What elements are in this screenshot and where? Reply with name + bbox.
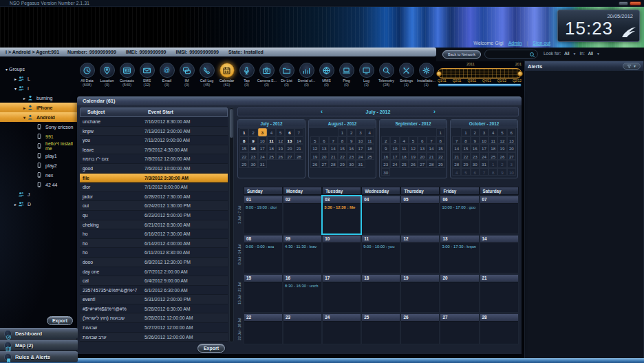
toolbar-item-email[interactable]: @ Email (0) bbox=[157, 62, 177, 94]
day-cell[interactable]: 08 0:00 - 0:00 : צום bbox=[244, 235, 283, 273]
month-day[interactable]: 31 bbox=[258, 160, 267, 168]
day-cell[interactable]: 07 bbox=[480, 196, 519, 234]
month-day[interactable]: 18 bbox=[489, 144, 497, 152]
column-event-start[interactable]: Event Start bbox=[141, 108, 227, 116]
month-day[interactable]: 26 bbox=[276, 152, 285, 160]
month-day[interactable]: 7 bbox=[427, 136, 436, 145]
table-row[interactable]: leave 7/9/2012 4:30:00 AM bbox=[80, 145, 228, 155]
toolbar-item-im[interactable]: IM (0) bbox=[177, 62, 197, 94]
month-day[interactable]: 15 bbox=[338, 144, 347, 152]
day-cell[interactable]: 14 bbox=[480, 235, 519, 273]
month-day[interactable]: 20 bbox=[285, 144, 294, 152]
month-day[interactable]: 25 bbox=[489, 152, 497, 160]
month-day[interactable]: 29 bbox=[436, 160, 445, 168]
tree-item-play2[interactable]: play2 bbox=[0, 160, 77, 170]
month-day[interactable]: 13 bbox=[507, 136, 516, 145]
month-day[interactable]: 30 bbox=[248, 160, 257, 168]
toolbar-item-ping[interactable]: Ping (0) bbox=[336, 62, 356, 94]
timeline-slider[interactable] bbox=[438, 68, 522, 79]
month-day[interactable]: 23 bbox=[381, 160, 390, 168]
month-day[interactable]: 16 bbox=[471, 144, 480, 152]
selected-day[interactable]: 3 bbox=[258, 128, 267, 136]
month-day[interactable]: 14 bbox=[427, 144, 436, 152]
tree-item-sony-ericson[interactable]: Sony ericson bbox=[0, 122, 77, 132]
table-row[interactable]: #$^#^#%$&%^!@#% 5/28/2012 6:30:00 AM bbox=[80, 304, 228, 314]
month-day[interactable]: 28 bbox=[329, 160, 338, 168]
next-month-button[interactable]: › bbox=[433, 108, 436, 116]
month-day[interactable]: 9 bbox=[347, 136, 356, 145]
month-day[interactable]: 19 bbox=[409, 152, 418, 160]
month-day[interactable]: 25 bbox=[400, 160, 409, 168]
table-row[interactable]: jador 6/28/2012 7:30:00 AM bbox=[80, 192, 228, 202]
table-row[interactable]: ho 6/11/2012 8:30:00 AM bbox=[80, 248, 228, 258]
month-day[interactable]: 1 bbox=[436, 128, 445, 136]
month-day[interactable]: 10 bbox=[390, 144, 399, 152]
tree-item-i[interactable]: ▾I bbox=[0, 83, 77, 93]
month-day[interactable]: 16 bbox=[248, 144, 257, 152]
table-row[interactable]: cal 6/4/2012 9:00:00 AM bbox=[80, 276, 228, 286]
toolbar-item-telemetry[interactable]: Telemetry (28) bbox=[376, 62, 396, 94]
month-day[interactable]: 25 bbox=[267, 152, 276, 160]
month-day[interactable]: 12 bbox=[310, 144, 319, 152]
minimize-button[interactable] bbox=[619, 1, 628, 6]
table-row[interactable]: צום י"ז בתמוז 7/8/2012 12:00:00 AM bbox=[80, 154, 228, 164]
month-day[interactable]: 14 bbox=[294, 136, 303, 145]
export-events-button[interactable]: Export bbox=[197, 344, 225, 353]
day-cell[interactable]: 17 bbox=[322, 274, 361, 313]
day-cell[interactable]: 01 8:00 - 19:00 : dior bbox=[244, 196, 283, 234]
month-day[interactable]: 1 bbox=[461, 128, 470, 136]
month-day[interactable]: 18 bbox=[267, 144, 276, 152]
day-cell[interactable]: 13 3:00 - 17:30 : knpw bbox=[440, 235, 479, 273]
toolbar-item-installatio[interactable]: Installatio... (1) bbox=[416, 62, 436, 94]
day-cell[interactable]: 23 bbox=[283, 313, 322, 344]
month-day[interactable]: 30 bbox=[347, 160, 356, 168]
month-day[interactable]: 2 bbox=[248, 128, 257, 136]
month-day[interactable]: 12 bbox=[276, 136, 285, 145]
tree-item-42-44[interactable]: 42 44 bbox=[0, 180, 77, 189]
month-day[interactable]: 26 bbox=[310, 160, 319, 168]
look-for-select[interactable]: All bbox=[564, 51, 569, 56]
month-day[interactable]: 5 bbox=[409, 136, 418, 145]
toolbar-item-contacts[interactable]: Contacts (540) bbox=[117, 62, 137, 94]
event-entry[interactable]: 8:00 - 19:00 : dior bbox=[244, 204, 282, 209]
day-cell[interactable]: 12 bbox=[400, 235, 440, 273]
table-row[interactable]: dooo 6/8/2012 12:30:00 PM bbox=[80, 258, 228, 267]
column-subject[interactable]: Subject bbox=[80, 108, 141, 116]
expand-arrow-icon[interactable]: ▸ bbox=[22, 105, 27, 110]
nav-item-rules-alerts[interactable]: Rules & Alerts bbox=[0, 351, 78, 362]
month-day[interactable]: 19 bbox=[310, 152, 319, 160]
tree-item-android[interactable]: ▾Android bbox=[0, 112, 77, 122]
expand-arrow-icon[interactable]: ▸ bbox=[13, 202, 18, 207]
month-day[interactable]: 4 bbox=[489, 128, 497, 136]
close-button[interactable] bbox=[630, 1, 641, 6]
day-cell[interactable]: 16 8:30 - 16:30 : unch bbox=[283, 274, 322, 313]
table-row[interactable]: dior 7/1/2012 8:00:00 AM bbox=[80, 183, 228, 192]
month-day[interactable]: 10 bbox=[480, 136, 489, 145]
day-cell[interactable]: 11 9:00 - 10:00 : you bbox=[361, 235, 400, 273]
table-row[interactable]: 235745735^&%#^&@%^7 6/1/2012 6:30:00 AM bbox=[80, 286, 228, 295]
table-row[interactable]: file 7/3/2012 3:30:00 AM bbox=[80, 174, 228, 183]
table-row[interactable]: unchane 7/16/2012 8:30:00 AM bbox=[80, 117, 228, 127]
day-cell[interactable]: 15 bbox=[244, 274, 283, 313]
day-cell[interactable]: 20 bbox=[440, 274, 479, 313]
timeline-scrollbar[interactable] bbox=[438, 83, 522, 87]
month-day[interactable]: 4 bbox=[365, 128, 374, 136]
table-row[interactable]: qu 6/23/2012 5:00:00 PM bbox=[80, 211, 228, 220]
month-day[interactable]: 8 bbox=[239, 136, 248, 145]
month-day[interactable]: 8 bbox=[436, 136, 445, 145]
month-day[interactable]: 7 bbox=[294, 128, 303, 136]
expand-arrow-icon[interactable]: ▸ bbox=[13, 76, 18, 81]
month-day[interactable]: 15 bbox=[436, 144, 445, 152]
alerts-filter-button[interactable]: ▼ bbox=[623, 63, 641, 70]
month-day[interactable]: 20 bbox=[418, 152, 427, 160]
month-day[interactable]: 4 bbox=[267, 128, 276, 136]
tree-item-play1[interactable]: play1 bbox=[0, 151, 77, 160]
month-day[interactable]: 4 bbox=[400, 136, 409, 145]
month-day[interactable]: 28 bbox=[452, 160, 461, 168]
month-day[interactable]: 8 bbox=[338, 136, 347, 145]
event-entry[interactable]: 0:00 - 0:00 : צום bbox=[244, 243, 282, 249]
table-row[interactable]: ho 6/16/2012 7:30:00 AM bbox=[80, 229, 228, 239]
month-day[interactable]: 20 bbox=[319, 152, 328, 160]
month-day[interactable]: 27 bbox=[418, 160, 427, 168]
event-entry[interactable]: 3:30 - 12:30 : file bbox=[323, 204, 361, 209]
